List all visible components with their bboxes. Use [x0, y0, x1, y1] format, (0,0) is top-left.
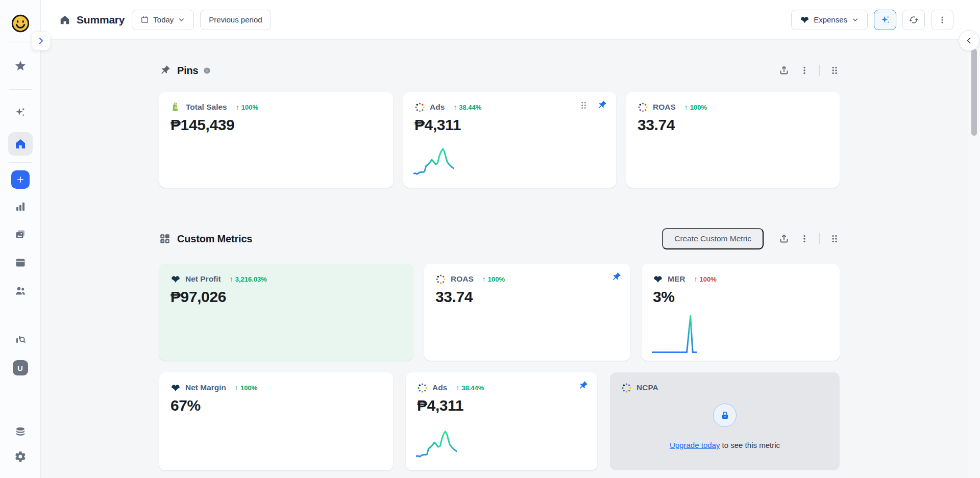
whale-tail-icon — [800, 15, 810, 24]
metric-card-ncpa-locked[interactable]: NCPA Upgrade today to see this metric — [610, 372, 840, 470]
svg-text:×: × — [161, 239, 163, 243]
pin-icon — [159, 65, 170, 76]
chart-search-icon — [14, 333, 27, 345]
section-drag-handle[interactable] — [829, 65, 840, 76]
u-badge-label: U — [17, 364, 23, 372]
integrations-dots-icon — [417, 383, 428, 393]
metric-value: ₱97,026 — [170, 288, 402, 306]
metric-label: Total Sales — [186, 103, 227, 112]
info-icon[interactable] — [203, 66, 211, 75]
metric-label: ROAS — [653, 103, 676, 112]
metric-value: ₱4,311 — [417, 397, 586, 414]
sidebar-item-favorites[interactable] — [10, 56, 31, 76]
unpin-button[interactable] — [611, 272, 621, 282]
metric-label: ROAS — [451, 274, 474, 284]
arrow-up-icon: ↑ — [684, 103, 688, 111]
sidebar-item-u-app[interactable]: U — [13, 360, 28, 375]
metric-card-roas-pinned[interactable]: ROAS ↑ 100% 33.74 — [626, 92, 840, 188]
sidebar-item-ai[interactable] — [10, 102, 31, 122]
custom-metrics-section-header: + − × = Custom Metrics Create Custom Met… — [159, 228, 840, 250]
sidebar-item-analytics[interactable] — [10, 196, 31, 217]
create-custom-metric-button[interactable]: Create Custom Metric — [662, 228, 764, 249]
header-more-menu-button[interactable] — [931, 10, 953, 30]
card-drag-handle[interactable] — [579, 100, 589, 110]
export-icon — [778, 65, 790, 76]
whale-tail-icon — [653, 274, 663, 284]
metric-change: ↑ 100% — [684, 103, 707, 111]
metric-value: ₱4,311 — [414, 116, 605, 134]
actions-divider — [819, 233, 820, 244]
sidebar-item-home-active[interactable] — [8, 132, 33, 156]
compare-period-button[interactable]: Previous period — [200, 10, 271, 30]
ads-sparkline-chart — [416, 422, 457, 463]
sidebar-item-customers[interactable] — [10, 281, 31, 301]
whale-tail-icon — [170, 274, 181, 284]
chevron-down-icon — [851, 16, 859, 23]
metric-card-total-sales[interactable]: S Total Sales ↑ 100% ₱145,439 — [159, 92, 393, 188]
integrations-dots-icon — [414, 102, 425, 113]
images-icon — [14, 229, 27, 241]
metric-card-mer[interactable]: MER ↑ 100% 3% — [642, 264, 840, 361]
metric-value: 67% — [170, 397, 382, 414]
sidebar-item-creatives[interactable] — [10, 224, 31, 245]
metric-label: Net Margin — [185, 383, 226, 392]
export-button[interactable] — [778, 65, 790, 76]
sparkle-icon — [880, 14, 891, 25]
sidebar-expand-button[interactable] — [31, 31, 51, 51]
star-icon — [14, 60, 27, 72]
metric-change: ↑ 100% — [482, 275, 505, 283]
export-button[interactable] — [778, 233, 790, 244]
metric-value: 33.74 — [435, 288, 619, 306]
top-bar: Summary Today Previous period Expenses — [41, 0, 980, 40]
custom-metrics-title: Custom Metrics — [177, 233, 252, 245]
metric-label: Ads — [432, 383, 447, 392]
arrow-up-icon: ↑ — [694, 275, 697, 283]
sidebar-item-website[interactable] — [10, 253, 31, 273]
sparkles-icon — [14, 106, 27, 118]
integrations-dots-icon — [435, 274, 446, 285]
unpin-button[interactable] — [578, 381, 588, 391]
drag-handle-icon — [579, 100, 589, 110]
pin-icon — [578, 381, 588, 391]
vertical-scrollbar-track[interactable] — [968, 40, 980, 478]
metric-value: ₱145,439 — [170, 116, 382, 134]
custom-metrics-more-menu-button[interactable] — [799, 234, 810, 244]
refresh-button[interactable] — [902, 10, 925, 30]
sidebar-add-button[interactable] — [11, 170, 30, 189]
unpin-button[interactable] — [597, 100, 607, 110]
drag-handle-icon — [829, 234, 840, 244]
drag-handle-icon — [829, 65, 840, 76]
metric-label: MER — [668, 274, 685, 284]
metric-card-roas-custom[interactable]: ROAS ↑ 100% 33.74 — [424, 264, 630, 361]
metric-label: Ads — [430, 103, 445, 112]
sidebar-item-data[interactable] — [10, 422, 31, 442]
ai-assistant-button[interactable] — [874, 10, 896, 30]
section-drag-handle[interactable] — [829, 234, 840, 244]
pins-more-menu-button[interactable] — [799, 65, 810, 76]
date-range-button[interactable]: Today — [132, 10, 194, 30]
page-title: Summary — [77, 14, 125, 26]
shopify-icon: S — [170, 102, 181, 113]
arrow-up-icon: ↑ — [236, 103, 239, 111]
metric-card-ads-pinned[interactable]: Ads ↑ 38.44% ₱4,311 — [403, 92, 616, 188]
metric-card-ads-custom[interactable]: Ads ↑ 38.44% ₱4,311 — [406, 372, 597, 470]
sidebar-divider — [9, 162, 32, 163]
sidebar-item-settings[interactable] — [10, 446, 31, 467]
metric-card-net-margin[interactable]: Net Margin ↑ 100% 67% — [159, 372, 393, 470]
browser-window-icon — [14, 257, 27, 269]
kebab-menu-icon — [799, 65, 810, 76]
svg-text:+: + — [161, 235, 163, 238]
vertical-scrollbar-thumb[interactable] — [971, 49, 977, 136]
lock-badge — [713, 404, 737, 427]
panel-collapse-button[interactable] — [959, 30, 979, 51]
kebab-menu-icon — [799, 234, 810, 244]
sidebar-divider — [9, 316, 32, 316]
smiley-logo[interactable] — [10, 13, 31, 34]
metric-card-net-profit[interactable]: Net Profit ↑ 3,216.03% ₱97,026 — [159, 264, 413, 361]
sidebar: U — [0, 0, 41, 478]
metric-label: Net Profit — [185, 274, 221, 284]
upgrade-link[interactable]: Upgrade today — [670, 441, 720, 449]
sidebar-item-insights[interactable] — [10, 329, 31, 349]
expenses-dropdown-button[interactable]: Expenses — [791, 10, 868, 30]
arrow-up-icon: ↑ — [456, 384, 459, 392]
